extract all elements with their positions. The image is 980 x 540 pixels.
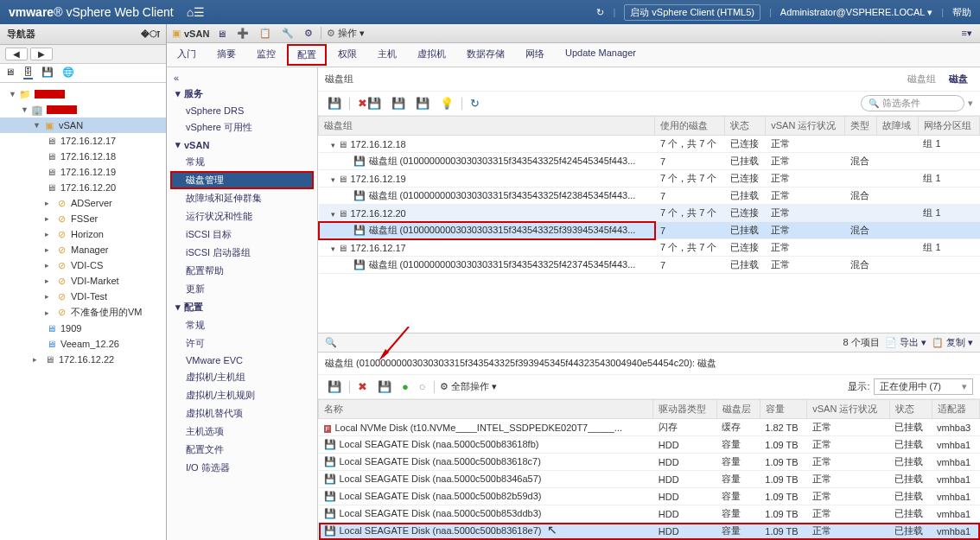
subnav-item[interactable]: 虚拟机替代项 <box>167 404 317 422</box>
tree-host[interactable]: 🖥172.16.12.18 <box>0 149 166 164</box>
home-icon[interactable]: ⌂☰ <box>187 5 205 19</box>
subnav-item[interactable]: 虚拟机/主机规则 <box>167 386 317 404</box>
toolbar-icon[interactable]: ➕ <box>234 28 251 39</box>
subnav-item[interactable]: 配置帮助 <box>167 262 317 280</box>
subnav-item[interactable]: iSCSI 目标 <box>167 226 317 244</box>
subnav-item[interactable]: 故障域和延伸群集 <box>167 189 317 207</box>
filter-input[interactable]: 🔍筛选条件 <box>861 95 964 111</box>
nav-back-button[interactable]: ◀ <box>5 48 28 60</box>
table-row[interactable]: 💾磁盘组 (01000000003030303315f343543325f423… <box>319 257 980 274</box>
toolbar-icon[interactable]: 🔧 <box>279 28 296 39</box>
all-actions-menu[interactable]: ⚙ 全部操作 ▾ <box>440 380 497 393</box>
nav-tab-storage-icon[interactable]: 💾 <box>41 67 54 79</box>
menu-icon[interactable]: ≡▾ <box>959 28 975 39</box>
remove-disk-icon[interactable]: ✖ <box>355 380 370 393</box>
view-tab-diskgroup[interactable]: 磁盘组 <box>902 73 941 84</box>
help-link[interactable]: 帮助 <box>952 6 971 19</box>
subnav-item[interactable]: VMware EVC <box>167 353 317 368</box>
tree-folder-horizon[interactable]: ▸⊘Horizon <box>0 226 166 242</box>
refresh-icon[interactable]: ↻ <box>468 97 482 110</box>
tab-主机[interactable]: 主机 <box>367 43 407 67</box>
user-menu[interactable]: Administrator@VSPHERE.LOCAL ▾ <box>780 7 932 18</box>
tab-Update Manager[interactable]: Update Manager <box>555 43 646 67</box>
tree-folder-unprepared[interactable]: ▸⊘不准备使用的VM <box>0 304 166 321</box>
subnav-item[interactable]: I/O 筛选器 <box>167 459 317 477</box>
table-row[interactable]: 💾磁盘组 (01000000003030303315f343543325f393… <box>319 222 980 239</box>
view-tab-disk[interactable]: 磁盘 <box>944 73 973 84</box>
subnav-group-config[interactable]: ▾配置 <box>167 298 317 316</box>
tab-配置[interactable]: 配置 <box>287 44 327 66</box>
tree-host[interactable]: 🖥172.16.12.20 <box>0 180 166 195</box>
subnav-item[interactable]: 常规 <box>167 316 317 334</box>
subnav-item[interactable]: 配置文件 <box>167 441 317 459</box>
tree-folder-vdics[interactable]: ▸⊘VDI-CS <box>0 257 166 273</box>
tree-folder-fsser[interactable]: ▸⊘FSSer <box>0 211 166 226</box>
table-row[interactable]: 💾Local SEAGATE Disk (naa.5000c500b853ddb… <box>319 505 980 523</box>
subnav-item[interactable]: 许可 <box>167 334 317 353</box>
tab-网络[interactable]: 网络 <box>515 43 555 67</box>
add-disk-icon[interactable]: 💾 <box>413 97 432 110</box>
tree-host[interactable]: 🖥172.16.12.19 <box>0 164 166 180</box>
led-off-icon[interactable]: ○ <box>417 380 429 393</box>
tree-folder-vditest[interactable]: ▸⊘VDI-Test <box>0 289 166 304</box>
subnav-item[interactable]: 虚拟机/主机组 <box>167 368 317 386</box>
tree-vm-veeam[interactable]: 🖥Veeam_12.26 <box>0 336 166 352</box>
launch-html5-button[interactable]: 启动 vSphere Client (HTML5) <box>624 4 760 21</box>
subnav-item[interactable]: 主机选项 <box>167 422 317 441</box>
subnav-item[interactable]: iSCSI 启动器组 <box>167 244 317 262</box>
table-row[interactable]: ▾🖥172.16.12.197 个，共 7 个已连接正常组 1 <box>319 170 980 187</box>
toolbar-icon[interactable]: 🖥 <box>214 29 229 39</box>
table-row[interactable]: 💾磁盘组 (01000000003030303315f343543325f424… <box>319 153 980 170</box>
table-row[interactable]: 💾磁盘组 (01000000003030303315f343543325f423… <box>319 187 980 205</box>
table-row[interactable]: 💾Local SEAGATE Disk (naa.5000c500b83618c… <box>319 454 980 471</box>
subnav-item[interactable]: 更新 <box>167 280 317 298</box>
table-row[interactable]: ▾🖥172.16.12.207 个，共 7 个已连接正常组 1 <box>319 205 980 222</box>
tree-folder-adserver[interactable]: ▸⊘ADServer <box>0 195 166 211</box>
find-icon[interactable]: 🔍 <box>325 337 337 348</box>
subnav-item[interactable]: vSphere DRS <box>167 103 317 118</box>
table-row[interactable]: 💾Local SEAGATE Disk (naa.5000c500b82b59d… <box>319 488 980 505</box>
table-row[interactable]: 💾Local SEAGATE Disk (naa.5000c500b83618e… <box>319 523 980 540</box>
tree-folder-vdimarket[interactable]: ▸⊘VDI-Market <box>0 273 166 289</box>
nav-tab-vms-icon[interactable]: 🗄 <box>23 67 33 79</box>
table-row[interactable]: ▾🖥172.16.12.177 个，共 7 个已连接正常组 1 <box>319 239 980 257</box>
copy-button[interactable]: 📋 复制 ▾ <box>932 336 973 349</box>
subnav-item[interactable]: 常规 <box>167 153 317 171</box>
table-row[interactable]: FLocal NVMe Disk (t10.NVMe____INTEL_SSDP… <box>319 419 980 436</box>
actions-menu[interactable]: 操作 ▾ <box>338 28 365 38</box>
tab-虚拟机[interactable]: 虚拟机 <box>407 43 456 67</box>
tab-摘要[interactable]: 摘要 <box>207 43 246 67</box>
tree-cluster-vsan[interactable]: ▼▣vSAN <box>0 118 166 133</box>
tree-vm-1909[interactable]: 🖥1909 <box>0 321 166 336</box>
nav-fwd-button[interactable]: ▶ <box>30 48 53 60</box>
table-row[interactable]: ▾🖥172.16.12.187 个，共 7 个已连接正常组 1 <box>319 136 980 153</box>
led-icon[interactable]: 💡 <box>437 97 456 110</box>
nav-tab-hosts-icon[interactable]: 🖥 <box>5 67 15 79</box>
disk-icon[interactable]: 💾 <box>375 380 394 393</box>
tree-vcenter[interactable]: ▼📁 <box>0 86 166 102</box>
toolbar-icon[interactable]: ⚙ <box>302 28 315 39</box>
show-filter-select[interactable]: 正在使用中 (7)▾ <box>874 378 974 395</box>
refresh-icon[interactable]: ↻ <box>596 7 604 18</box>
tree-datacenter[interactable]: ▼🏢 <box>0 102 166 118</box>
subnav-group-vsan[interactable]: ▾vSAN <box>167 137 317 153</box>
export-button[interactable]: 📄 导出 ▾ <box>885 336 926 349</box>
collapse-subnav-button[interactable]: « <box>167 71 317 85</box>
toolbar-icon[interactable]: 📋 <box>257 28 274 39</box>
subnav-item[interactable]: 运行状况和性能 <box>167 207 317 226</box>
add-diskgroup-icon[interactable]: 💾 <box>325 97 344 110</box>
tree-folder-manager[interactable]: ▸⊘Manager <box>0 242 166 257</box>
table-row[interactable]: 💾Local SEAGATE Disk (naa.5000c500b8346a5… <box>319 471 980 488</box>
subnav-group-services[interactable]: ▾服务 <box>167 85 317 103</box>
pin-icon[interactable]: �ा <box>141 29 159 40</box>
led-on-icon[interactable]: ● <box>399 380 411 393</box>
tab-权限[interactable]: 权限 <box>328 43 367 67</box>
tree-standalone-host[interactable]: ▸🖥172.16.12.22 <box>0 352 166 367</box>
tab-入门[interactable]: 入门 <box>167 43 207 67</box>
tab-数据存储[interactable]: 数据存储 <box>456 43 515 67</box>
claim-icon[interactable]: 💾 <box>389 97 408 110</box>
subnav-item[interactable]: vSphere 可用性 <box>167 118 317 137</box>
tab-监控[interactable]: 监控 <box>246 43 286 67</box>
subnav-item-disk-mgmt[interactable]: 磁盘管理 <box>170 171 314 189</box>
remove-icon[interactable]: ✖💾 <box>355 97 384 110</box>
